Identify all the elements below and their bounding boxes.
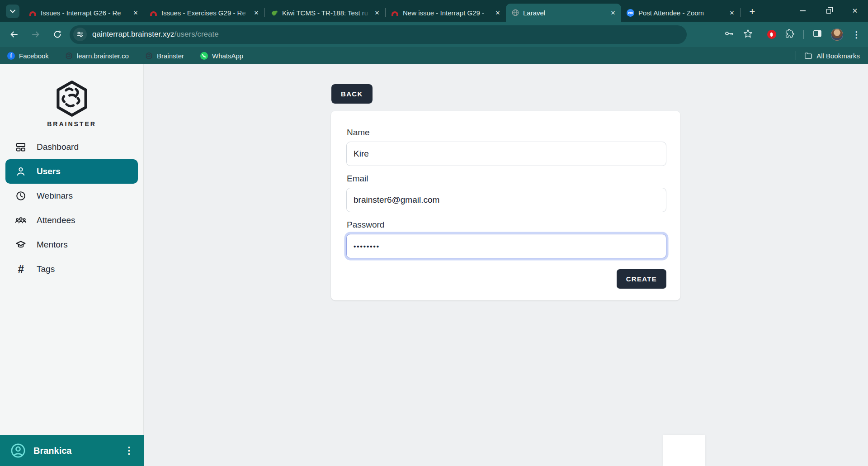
brainster-logo: BRAINSTER [0,80,143,128]
brainster-logo-icon [53,80,91,118]
bookmark-label: Brainster [157,52,184,60]
bookmark-whatsapp[interactable]: WhatsApp [200,52,243,60]
profile-avatar[interactable] [831,29,843,41]
redmine-favicon [29,9,37,17]
password-input[interactable] [346,234,666,258]
back-nav-button[interactable] [6,27,22,42]
browser-menu-icon[interactable]: ⋮ [852,29,861,40]
chevron-down-icon [10,10,15,13]
site-info-icon[interactable] [73,28,87,41]
restore-button[interactable] [816,0,842,22]
dashboard-icon [15,142,27,152]
close-tab-icon[interactable]: ✕ [609,8,618,17]
close-tab-icon[interactable]: ✕ [493,8,502,17]
bookmark-label: Facebook [19,52,49,60]
close-tab-icon[interactable]: ✕ [252,8,261,17]
password-key-icon[interactable] [724,29,734,40]
user-icon [15,166,27,177]
tab-kiwi-tcms[interactable]: Kiwi TCMS - TR-188: Test ru ✕ [265,4,385,22]
email-input[interactable] [346,188,666,212]
close-window-button[interactable]: ✕ [842,0,868,22]
tab-divider [740,8,741,17]
bookmark-label: learn.brainster.co [77,52,129,60]
sidebar-item-attendees[interactable]: Attendees [0,208,143,233]
close-tab-icon[interactable]: ✕ [131,8,140,17]
reload-button[interactable] [50,27,65,42]
redmine-favicon [391,9,399,17]
minimize-button[interactable] [789,0,816,22]
all-bookmarks-button[interactable]: All Bookmarks [796,51,868,60]
bookmark-learn-brainster[interactable]: learn.brainster.co [65,52,129,60]
bookmarks-divider [796,51,796,60]
bookmarks-bar: f Facebook learn.brainster.co Brainster [0,47,868,64]
browser-toolbar: qainterrapt.brainster.xyz/users/create [0,22,868,47]
user-menu-icon[interactable]: ⋮ [124,445,134,456]
current-user-name: Brankica [33,446,72,456]
globe-favicon [511,9,519,17]
bookmark-label: WhatsApp [212,52,243,60]
url-host: qainterrapt.brainster.xyz [92,30,174,38]
tab-laravel-active[interactable]: Laravel ✕ [506,4,621,22]
browser-window: Issues - Interrapt G26 - Re ✕ Issues - E… [0,0,868,466]
sidebar-item-label: Attendees [37,215,75,225]
back-arrow-icon [9,30,19,39]
create-user-card: Name Email Password CREATE [331,111,680,300]
back-button[interactable]: BACK [331,84,373,104]
sidebar-item-label: Tags [37,264,55,274]
email-label: Email [347,174,666,184]
adblock-icon[interactable] [767,30,776,39]
tab-issues-exercises-g29[interactable]: Issues - Exercises G29 - Re ✕ [144,4,264,22]
hashtag-icon: # [15,264,27,275]
sidebar-item-dashboard[interactable]: Dashboard [0,135,143,159]
tab-post-attendee-zoom[interactable]: zm Post Attendee - Zoom ✕ [621,4,740,22]
create-button[interactable]: CREATE [617,269,666,289]
bookmark-facebook[interactable]: f Facebook [7,52,49,60]
whatsapp-icon [200,52,208,60]
tab-title: Issues - Exercises G29 - Re [161,9,249,17]
window-controls: ✕ [789,0,868,22]
url-text: qainterrapt.brainster.xyz/users/create [92,30,219,39]
tab-title: Post Attendee - Zoom [638,9,725,17]
tab-issues-interrapt-g26[interactable]: Issues - Interrapt G26 - Re ✕ [24,4,144,22]
name-input[interactable] [346,142,666,166]
tabs-container: Issues - Interrapt G26 - Re ✕ Issues - E… [24,0,741,22]
redmine-favicon [150,9,157,17]
sidebar-nav: Dashboard Users [0,135,143,281]
bookmark-brainster[interactable]: Brainster [145,52,184,60]
graduation-cap-icon [15,239,27,250]
name-label: Name [347,128,666,138]
minimize-icon [800,10,806,11]
tab-title: Kiwi TCMS - TR-188: Test ru [282,9,370,17]
tab-new-issue-interrapt-g29[interactable]: New issue - Interrapt G29 - ✕ [386,4,506,22]
new-tab-button[interactable]: + [746,5,759,18]
forward-nav-button[interactable] [28,27,43,42]
extensions-icon[interactable] [785,29,794,40]
sidebar-item-users[interactable]: Users [5,159,138,184]
all-bookmarks-label: All Bookmarks [816,52,860,60]
sidebar-item-tags[interactable]: # Tags [0,257,143,281]
tab-search-button[interactable] [6,5,19,18]
sidebar-item-label: Mentors [37,240,68,250]
address-bar[interactable]: qainterrapt.brainster.xyz/users/create [70,25,687,44]
sidebar-item-label: Dashboard [37,142,79,152]
tab-title: Issues - Interrapt G26 - Re [41,9,128,17]
forward-arrow-icon [31,30,40,39]
group-icon [15,215,27,226]
bookmark-star-icon[interactable] [743,29,753,40]
sidebar-user-bar: Brankica ⋮ [0,435,144,466]
sidebar-item-webinars[interactable]: Webinars [0,184,143,208]
close-tab-icon[interactable]: ✕ [727,8,736,17]
zoom-favicon: zm [627,9,634,17]
brainster-knot-icon [145,52,153,60]
side-panel-icon[interactable] [813,29,822,40]
brainster-logo-text: BRAINSTER [0,120,143,128]
sidebar-item-mentors[interactable]: Mentors [0,233,143,257]
browser-tab-strip: Issues - Interrapt G26 - Re ✕ Issues - E… [0,0,868,22]
form-actions: CREATE [346,269,666,289]
toolbar-divider [803,30,804,39]
close-tab-icon[interactable]: ✕ [373,8,382,17]
kiwi-favicon [270,9,278,17]
tab-title: New issue - Interrapt G29 - [403,9,491,17]
folder-icon [804,52,812,59]
web-page: BRAINSTER Dashboard [0,64,868,466]
